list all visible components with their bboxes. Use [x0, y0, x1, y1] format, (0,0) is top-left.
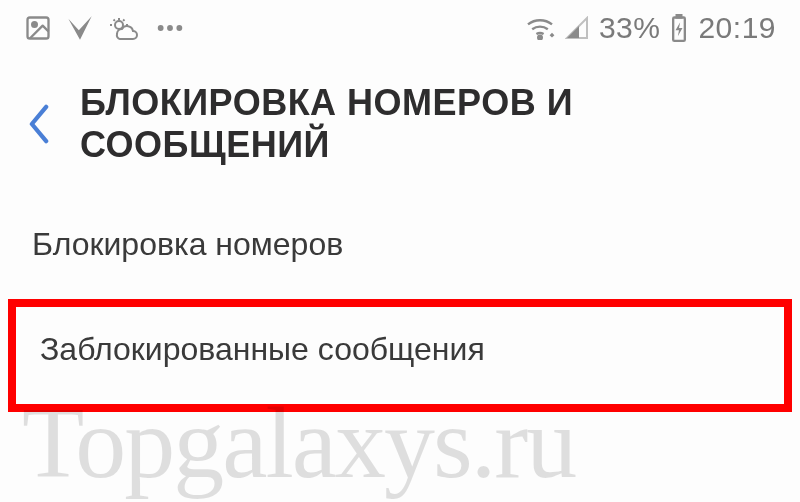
wifi-icon [525, 16, 555, 40]
battery-icon [670, 14, 688, 42]
battery-percent: 33% [599, 11, 661, 45]
svg-point-3 [158, 25, 164, 31]
status-left-icons [24, 14, 184, 42]
cell-signal-icon [565, 16, 589, 40]
svg-rect-8 [677, 15, 682, 17]
row-label: Заблокированные сообщения [40, 331, 485, 367]
page-title: БЛОКИРОВКА НОМЕРОВ И СООБЩЕНИЙ [80, 82, 774, 166]
svg-point-4 [167, 25, 173, 31]
chevron-left-icon [26, 104, 52, 144]
status-bar: 33% 20:19 [0, 0, 800, 56]
more-icon [156, 18, 184, 38]
row-label: Блокировка номеров [32, 226, 343, 262]
clock: 20:19 [698, 11, 776, 45]
row-block-numbers[interactable]: Блокировка номеров [0, 198, 800, 291]
svg-point-5 [176, 25, 182, 31]
checkmark-icon [66, 14, 94, 42]
page-header: БЛОКИРОВКА НОМЕРОВ И СООБЩЕНИЙ [0, 56, 800, 198]
svg-point-1 [32, 22, 37, 27]
image-icon [24, 14, 52, 42]
back-button[interactable] [26, 104, 52, 144]
row-blocked-messages[interactable]: Заблокированные сообщения [8, 299, 792, 412]
weather-icon [108, 14, 142, 42]
status-right: 33% 20:19 [525, 11, 776, 45]
svg-point-6 [538, 36, 542, 40]
phone-screenshot: 33% 20:19 БЛОКИРОВКА НОМЕРОВ И СООБЩЕНИЙ… [0, 0, 800, 502]
